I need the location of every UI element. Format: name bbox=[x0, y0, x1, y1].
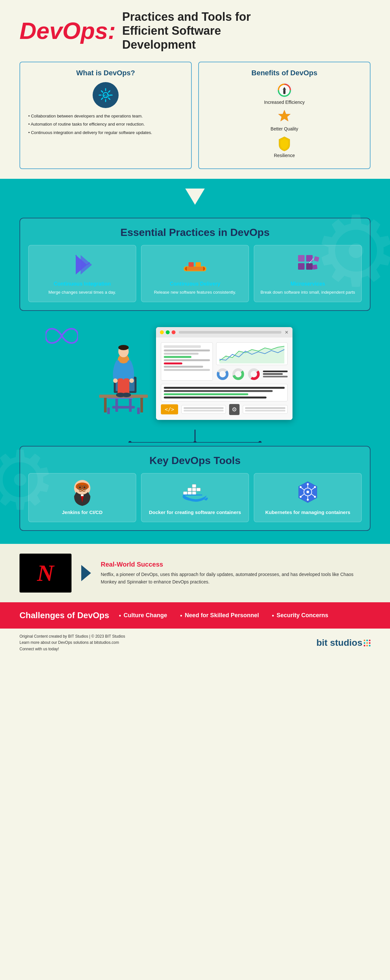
what-is-points: • Collaboration between developers and t… bbox=[28, 113, 183, 136]
header: DevOps: Practices and Tools for Efficien… bbox=[0, 0, 390, 59]
svg-rect-71 bbox=[188, 492, 192, 495]
svg-marker-5 bbox=[278, 110, 291, 121]
netflix-logo-box: N bbox=[19, 554, 72, 593]
svg-rect-32 bbox=[141, 398, 143, 412]
challenges-list: • Culture Change • Need for Skilled Pers… bbox=[119, 612, 371, 619]
benefit-resilience-label: Resilience bbox=[274, 153, 295, 158]
challenge-culture-text: Culture Change bbox=[123, 612, 167, 619]
code-badge: </> bbox=[161, 404, 178, 414]
devops-title: DevOps: bbox=[19, 19, 116, 43]
essential-practices-title: Essential Practices in DevOps bbox=[28, 226, 362, 239]
dot-2 bbox=[366, 640, 368, 641]
svg-rect-14 bbox=[187, 267, 203, 270]
svg-point-90 bbox=[314, 496, 316, 498]
dev-illustration: ✕ bbox=[19, 321, 371, 426]
svg-point-58 bbox=[258, 441, 262, 442]
svg-rect-42 bbox=[118, 379, 123, 395]
cd-desc: Release new software features consistent… bbox=[146, 290, 244, 295]
svg-rect-70 bbox=[183, 492, 187, 495]
netflix-arrow bbox=[81, 565, 91, 581]
kubernetes-icon bbox=[295, 480, 321, 506]
svg-point-39 bbox=[118, 345, 129, 350]
kubernetes-name: Kubernetes for managing containers bbox=[259, 509, 356, 515]
ci-desc: Merge changes several times a day. bbox=[34, 290, 131, 295]
dot-7 bbox=[364, 645, 365, 646]
benefit-quality: Better Quality bbox=[207, 109, 362, 131]
svg-rect-3 bbox=[283, 89, 286, 94]
challenges-section: Challenges of DevOps • Culture Change • … bbox=[0, 602, 390, 628]
svg-rect-43 bbox=[123, 379, 129, 395]
svg-point-86 bbox=[307, 491, 309, 493]
header-subtitle: Practices and Tools for Efficient Softwa… bbox=[122, 10, 285, 52]
challenge-security: • Security Concerns bbox=[272, 612, 328, 619]
svg-point-63 bbox=[83, 487, 85, 488]
tools-grid: Jenkins for CI/CD bbox=[28, 473, 362, 522]
challenge-culture: • Culture Change bbox=[119, 612, 167, 619]
svg-rect-28 bbox=[107, 407, 110, 414]
svg-point-40 bbox=[113, 379, 118, 383]
tool-docker: Docker for creating software containers bbox=[141, 473, 249, 522]
challenge-personnel: • Need for Skilled Personnel bbox=[180, 612, 259, 619]
challenge-bullet-3: • bbox=[272, 612, 274, 619]
practice-ci: Continuous Integration Merge changes sev… bbox=[28, 245, 136, 302]
dot-8 bbox=[366, 645, 368, 646]
docker-name: Docker for creating software containers bbox=[146, 509, 244, 515]
svg-rect-69 bbox=[81, 495, 83, 496]
netflix-heading: Real-World Success bbox=[101, 561, 371, 568]
svg-point-62 bbox=[79, 487, 81, 488]
browser-dot-close bbox=[172, 330, 176, 334]
docker-icon bbox=[182, 480, 208, 506]
person-figure bbox=[98, 331, 150, 416]
svg-rect-74 bbox=[192, 488, 196, 491]
browser-titlebar: ✕ bbox=[156, 327, 292, 337]
browser-url-bar bbox=[179, 331, 281, 334]
svg-rect-72 bbox=[192, 492, 196, 495]
teal-section: ⚙ ⚙ Essential Practices in DevOps Contin… bbox=[0, 179, 390, 544]
dot-1 bbox=[364, 640, 365, 641]
svg-rect-29 bbox=[137, 407, 140, 414]
what-is-title: What is DevOps? bbox=[28, 69, 183, 77]
devops-gear-icon: </> bbox=[93, 82, 118, 108]
svg-text:</>: </> bbox=[103, 93, 110, 98]
svg-rect-20 bbox=[306, 263, 313, 270]
bit-studios-logo: bit studios bbox=[316, 638, 371, 648]
svg-rect-25 bbox=[115, 399, 118, 412]
infinity-icon bbox=[45, 327, 78, 346]
svg-point-88 bbox=[307, 499, 309, 501]
jenkins-icon bbox=[69, 480, 95, 506]
svg-rect-27 bbox=[112, 406, 135, 409]
svg-rect-19 bbox=[298, 263, 305, 270]
netflix-logo-n: N bbox=[37, 560, 54, 587]
connector-lines bbox=[19, 430, 371, 442]
challenge-personnel-text: Need for Skilled Personnel bbox=[185, 612, 259, 619]
netflix-section: N Real-World Success Netflix, a pioneer … bbox=[0, 544, 390, 602]
tool-kubernetes: Kubernetes for managing containers bbox=[254, 473, 362, 522]
dot-4 bbox=[364, 642, 365, 644]
svg-point-41 bbox=[129, 379, 134, 383]
dot-9 bbox=[369, 645, 371, 646]
svg-rect-15 bbox=[189, 262, 194, 267]
svg-rect-26 bbox=[129, 399, 132, 412]
browser-close-icon: ✕ bbox=[285, 330, 289, 335]
practice-cd: Continuous Delivery Release new software… bbox=[141, 245, 249, 302]
svg-rect-73 bbox=[188, 488, 192, 491]
gear-badge: ⚙ bbox=[229, 404, 240, 415]
svg-point-87 bbox=[307, 483, 309, 485]
gear-watermark-right: ⚙ bbox=[312, 195, 390, 308]
cd-name: Continuous Delivery bbox=[146, 281, 244, 287]
key-devops-tools-section: Key DevOps Tools bbox=[19, 446, 371, 531]
browser-dot-minimize bbox=[160, 330, 164, 334]
benefits-title: Benefits of DevOps bbox=[207, 69, 362, 77]
tools-title: Key DevOps Tools bbox=[28, 455, 362, 467]
svg-rect-16 bbox=[196, 262, 201, 267]
browser-dot-maximize bbox=[166, 330, 169, 334]
svg-point-91 bbox=[300, 496, 302, 498]
ci-name: Continuous Integration bbox=[34, 281, 131, 287]
benefit-quality-label: Better Quality bbox=[271, 126, 298, 131]
browser-dots bbox=[160, 330, 176, 334]
practices-grid: Continuous Integration Merge changes sev… bbox=[28, 245, 362, 302]
svg-rect-31 bbox=[104, 398, 107, 412]
svg-point-92 bbox=[314, 486, 316, 488]
svg-rect-17 bbox=[298, 255, 305, 262]
dot-5 bbox=[366, 642, 368, 644]
